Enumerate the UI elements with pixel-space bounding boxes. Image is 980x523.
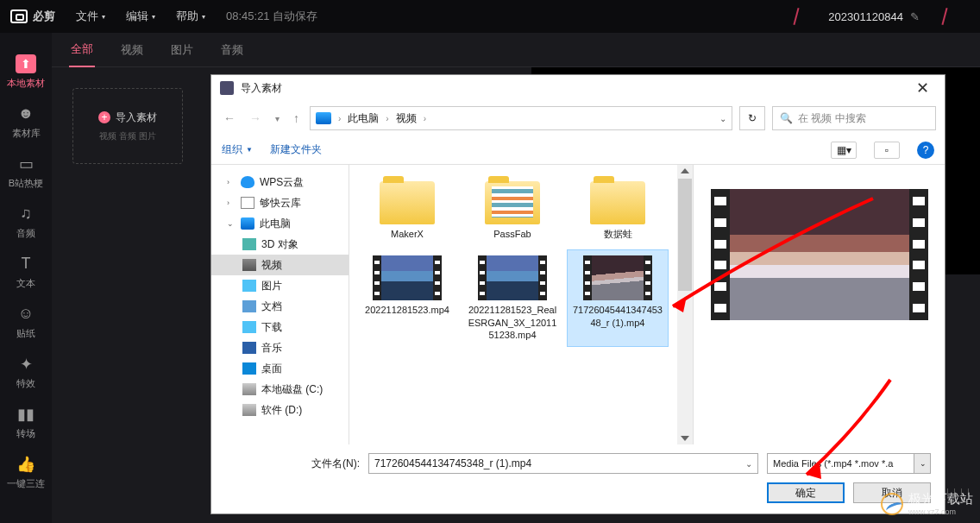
file-item[interactable]: 202211281523.mp4: [356, 249, 458, 347]
divider-slash-icon: [927, 6, 970, 27]
folder-icon: [242, 259, 256, 271]
rail-audio[interactable]: ♫ 音频: [0, 197, 52, 247]
rail-transition[interactable]: ▮▮ 转场: [0, 397, 52, 447]
tab-all[interactable]: 全部: [69, 33, 95, 67]
rail-bili[interactable]: ▭ B站热梗: [0, 147, 52, 197]
caret-down-icon: ▾: [102, 13, 105, 21]
preview-thumbnail: [711, 189, 928, 320]
tree-item[interactable]: 3D 对象: [211, 234, 349, 255]
app-icon: [220, 81, 234, 95]
watermark-url: www.xz7.com: [908, 507, 973, 516]
folder-icon: [485, 181, 540, 224]
dialog-toolbar: 组织 ▼ 新建文件夹 ▦▾ ▫ ?: [211, 135, 945, 165]
text-icon: T: [16, 255, 36, 274]
filename-input[interactable]: 7172604544134745348_r (1).mp4 ⌄: [368, 453, 758, 474]
plus-icon: +: [98, 111, 110, 123]
rail-text[interactable]: T 文本: [0, 247, 52, 297]
nav-caret-icon[interactable]: ▾: [272, 110, 283, 127]
tree-item[interactable]: 文档: [211, 296, 349, 317]
close-button[interactable]: ✕: [909, 79, 936, 98]
ok-button[interactable]: 确定: [767, 482, 845, 503]
app-name: 必剪: [33, 9, 55, 24]
transition-icon: ▮▮: [16, 405, 36, 424]
organize-menu[interactable]: 组织 ▼: [222, 142, 253, 157]
caret-down-icon: ▾: [152, 13, 155, 21]
refresh-button[interactable]: ↻: [739, 106, 765, 130]
top-menu-bar: 必剪 文件▾ 编辑▾ 帮助▾ 08:45:21 自动保存 20230112084…: [0, 0, 980, 33]
thumbs-up-icon: 👍: [16, 455, 36, 474]
rail-library[interactable]: ☻ 素材库: [0, 97, 52, 147]
file-item[interactable]: 202211281523_RealESRGAN_3X_1201151238.mp…: [462, 249, 563, 347]
rail-sticker[interactable]: ☺ 贴纸: [0, 297, 52, 347]
breadcrumb-folder[interactable]: 视频: [396, 111, 417, 126]
tree-label: 桌面: [261, 362, 282, 376]
tree-item[interactable]: ⌄此电脑: [211, 213, 349, 234]
tree-item[interactable]: 本地磁盘 (C:): [211, 379, 349, 400]
tree-label: WPS云盘: [260, 175, 304, 190]
nav-up-icon[interactable]: ↑: [290, 108, 303, 129]
menu-edit[interactable]: 编辑▾: [126, 9, 155, 24]
tree-item[interactable]: ›WPS云盘: [211, 172, 349, 192]
chevron-right-icon: ›: [424, 114, 426, 123]
tree-item[interactable]: 图片: [211, 275, 349, 296]
tree-item[interactable]: 软件 (D:): [211, 400, 349, 420]
file-list: MakerXPassFab数据蛙202211281523.mp420221128…: [349, 165, 677, 444]
menu-help[interactable]: 帮助▾: [176, 9, 205, 24]
divider-slash-icon: [778, 6, 821, 27]
folder-icon: [242, 280, 256, 292]
pc-icon: [316, 112, 331, 124]
sparkle-icon: ✦: [16, 355, 36, 374]
chevron-right-icon: ›: [386, 114, 388, 123]
video-thumbnail-icon: [373, 255, 442, 300]
smiley-icon: ☻: [16, 104, 36, 123]
folder-icon: [242, 300, 256, 312]
tree-item[interactable]: 下载: [211, 317, 349, 337]
project-title[interactable]: 202301120844: [828, 10, 903, 23]
tree-item[interactable]: ›够快云库: [211, 192, 349, 213]
folder-icon: [242, 342, 256, 354]
file-open-dialog: 导入素材 ✕ ← → ▾ ↑ › 此电脑 › 视频 › ⌄ ↻ 🔍 在 视频 中…: [210, 74, 945, 514]
file-label: 202211281523.mp4: [363, 304, 451, 316]
caret-down-icon: ▾: [202, 13, 205, 21]
address-box[interactable]: › 此电脑 › 视频 › ⌄: [310, 106, 732, 130]
rail-fx[interactable]: ✦ 特效: [0, 347, 52, 397]
rail-combo[interactable]: 👍 一键三连: [0, 447, 52, 497]
preview-toggle-button[interactable]: ▫: [874, 142, 900, 159]
tree-label: 够快云库: [260, 196, 301, 211]
nav-back-icon[interactable]: ←: [220, 108, 239, 129]
rail-local-media[interactable]: ⬆ 本地素材: [0, 47, 52, 97]
file-type-filter[interactable]: Media Files (*.mp4 *.mov *.a ⌄: [767, 453, 931, 474]
search-icon: 🔍: [780, 112, 793, 124]
scrollbar[interactable]: [677, 165, 693, 444]
file-item[interactable]: MakerX: [356, 175, 458, 246]
tree-item[interactable]: 桌面: [211, 358, 349, 379]
help-icon[interactable]: ?: [917, 142, 934, 159]
file-item[interactable]: 7172604544134745348_r (1).mp4: [567, 249, 669, 347]
chevron-down-icon[interactable]: ⌄: [745, 459, 752, 469]
tree-label: 本地磁盘 (C:): [261, 382, 323, 397]
chevron-down-icon[interactable]: ⌄: [719, 114, 726, 123]
search-input[interactable]: 🔍 在 视频 中搜索: [772, 106, 936, 130]
upload-icon: ⬆: [16, 54, 36, 73]
view-mode-button[interactable]: ▦▾: [831, 142, 857, 159]
import-media-button[interactable]: +导入素材 视频 音频 图片: [72, 88, 183, 164]
folder-icon: [241, 197, 254, 209]
menu-file[interactable]: 文件▾: [76, 9, 105, 24]
edit-icon[interactable]: ✎: [910, 10, 920, 23]
watermark: 极光下载站 www.xz7.com: [881, 491, 973, 516]
file-item[interactable]: PassFab: [462, 175, 563, 246]
filename-label: 文件名(N):: [311, 457, 360, 471]
preview-pane: [693, 165, 945, 444]
tab-image[interactable]: 图片: [169, 34, 195, 66]
folder-icon: [241, 176, 254, 188]
music-note-icon: ♫: [16, 205, 36, 224]
nav-forward-icon[interactable]: →: [246, 108, 265, 129]
file-item[interactable]: 数据蛙: [567, 175, 669, 246]
tree-item[interactable]: 视频: [211, 255, 349, 275]
tab-audio[interactable]: 音频: [219, 34, 245, 66]
tree-item[interactable]: 音乐: [211, 337, 349, 358]
breadcrumb-root[interactable]: 此电脑: [348, 111, 379, 126]
tab-video[interactable]: 视频: [119, 34, 145, 66]
dialog-footer: 文件名(N): 7172604544134745348_r (1).mp4 ⌄ …: [211, 444, 945, 514]
new-folder-button[interactable]: 新建文件夹: [270, 142, 322, 157]
